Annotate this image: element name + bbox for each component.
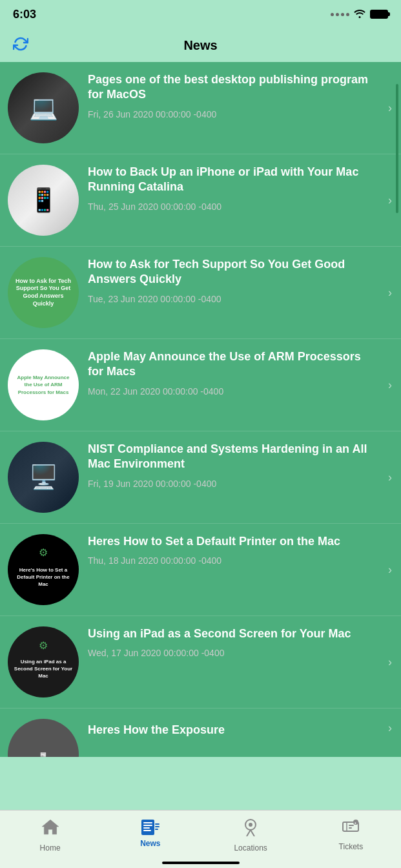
thumb-text: 📰 [35, 747, 52, 758]
tab-tickets-label: Tickets [339, 842, 364, 851]
svg-rect-7 [155, 829, 158, 830]
news-content-3: How to Ask for Tech Support So You Get G… [88, 257, 393, 304]
news-thumbnail-7: ⚙ Using an iPad as a Second Screen for Y… [8, 626, 79, 698]
home-icon [41, 818, 60, 841]
tab-locations[interactable]: Locations [201, 816, 301, 852]
chevron-right-icon: › [388, 471, 392, 484]
tab-news-label: News [140, 839, 160, 848]
news-title-1: Pages one of the best desktop publishing… [88, 72, 378, 103]
news-title-3: How to Ask for Tech Support So You Get G… [88, 257, 378, 287]
news-list: Pages one of the best desktop publishing… [0, 62, 401, 757]
svg-rect-13 [349, 825, 354, 826]
thumb-icon: ⚙ [39, 639, 48, 652]
news-title-2: How to Back Up an iPhone or iPad with Yo… [88, 165, 378, 195]
chevron-right-icon: › [388, 563, 392, 577]
list-item[interactable]: How to Ask for Tech Support So You Get G… [0, 247, 401, 339]
list-item[interactable]: 📰 Heres How the Exposure › [0, 708, 401, 757]
tab-bar: Home News Locati [0, 810, 401, 868]
news-title-7: Using an iPad as a Second Screen for You… [88, 626, 378, 641]
list-item[interactable]: ⚙ Using an iPad as a Second Screen for Y… [0, 616, 401, 708]
news-title-5: NIST Compliance and Systems Hardening in… [88, 442, 378, 472]
wifi-icon [353, 8, 366, 21]
thumb-text: Apple May Announce the Use of ARM Proces… [8, 369, 79, 401]
svg-point-9 [249, 823, 252, 827]
news-title-4: Apple May Announce the Use of ARM Proces… [88, 349, 378, 380]
news-content-7: Using an iPad as a Second Screen for You… [88, 626, 393, 658]
refresh-button[interactable] [13, 36, 28, 54]
news-date-1: Fri, 26 Jun 2020 00:00:00 -0400 [88, 109, 378, 119]
tab-tickets[interactable]: + Tickets [301, 816, 401, 851]
signal-icon [331, 13, 349, 16]
home-indicator [162, 862, 240, 864]
scroll-indicator [396, 84, 398, 213]
tab-home[interactable]: Home [0, 816, 100, 852]
list-item[interactable]: Pages one of the best desktop publishing… [0, 62, 401, 154]
chevron-right-icon: › [388, 286, 392, 300]
chevron-right-icon: › [388, 721, 392, 735]
svg-rect-4 [143, 830, 151, 831]
locations-icon [243, 818, 258, 841]
chevron-right-icon: › [388, 378, 392, 392]
news-date-7: Wed, 17 Jun 2020 00:00:00 -0400 [88, 648, 378, 658]
chevron-right-icon: › [388, 194, 392, 207]
status-bar: 6:03 [0, 0, 401, 28]
page-title: News [183, 38, 217, 53]
svg-rect-2 [143, 825, 152, 826]
news-thumbnail-4: Apple May Announce the Use of ARM Proces… [8, 349, 79, 420]
news-date-4: Mon, 22 Jun 2020 00:00:00 -0400 [88, 386, 378, 397]
thumb-text: Using an iPad as a Second Screen for You… [8, 653, 79, 685]
news-content-6: Heres How to Set a Default Printer on th… [88, 534, 393, 566]
svg-rect-5 [155, 823, 159, 825]
news-thumbnail-8: 📰 [8, 719, 79, 757]
news-date-2: Thu, 25 Jun 2020 00:00:00 -0400 [88, 202, 378, 212]
news-thumbnail-6: ⚙ Here's How to Set a Default Printer on… [8, 534, 79, 605]
list-item[interactable]: Apple May Announce the Use of ARM Proces… [0, 339, 401, 431]
news-thumbnail-5 [8, 442, 79, 513]
tab-locations-label: Locations [234, 843, 267, 852]
news-title-6: Heres How to Set a Default Printer on th… [88, 534, 378, 549]
list-item[interactable]: NIST Compliance and Systems Hardening in… [0, 431, 401, 524]
tab-news[interactable]: News [100, 816, 200, 848]
thumb-text: How to Ask for Tech Support So You Get G… [8, 273, 79, 313]
news-content-1: Pages one of the best desktop publishing… [88, 72, 393, 119]
status-icons [331, 8, 388, 21]
news-date-3: Tue, 23 Jun 2020 00:00:00 -0400 [88, 294, 378, 304]
news-content-2: How to Back Up an iPhone or iPad with Yo… [88, 165, 393, 212]
news-thumbnail-2 [8, 165, 79, 236]
news-content-5: NIST Compliance and Systems Hardening in… [88, 442, 393, 489]
thumb-text: Here's How to Set a Default Printer on t… [8, 561, 79, 594]
svg-rect-3 [143, 827, 150, 829]
news-date-6: Thu, 18 Jun 2020 00:00:00 -0400 [88, 555, 378, 566]
news-thumbnail-3: How to Ask for Tech Support So You Get G… [8, 257, 79, 328]
thumb-icon: ⚙ [39, 546, 48, 559]
list-item[interactable]: ⚙ Here's How to Set a Default Printer on… [0, 524, 401, 616]
svg-text:+: + [355, 821, 357, 825]
news-title-8: Heres How the Exposure [88, 719, 240, 738]
status-time: 6:03 [13, 8, 36, 21]
svg-rect-14 [349, 827, 352, 829]
tickets-icon: + [342, 818, 360, 840]
news-icon [140, 818, 161, 836]
tab-home-label: Home [40, 843, 61, 852]
news-thumbnail-1 [8, 72, 79, 143]
battery-icon [370, 10, 388, 19]
news-content-4: Apple May Announce the Use of ARM Proces… [88, 349, 393, 397]
chevron-right-icon: › [388, 101, 392, 115]
svg-rect-6 [155, 826, 159, 827]
chevron-right-icon: › [388, 656, 392, 669]
header: News [0, 28, 401, 62]
svg-rect-1 [143, 822, 152, 823]
news-date-5: Fri, 19 Jun 2020 00:00:00 -0400 [88, 479, 378, 489]
list-item[interactable]: How to Back Up an iPhone or iPad with Yo… [0, 154, 401, 247]
